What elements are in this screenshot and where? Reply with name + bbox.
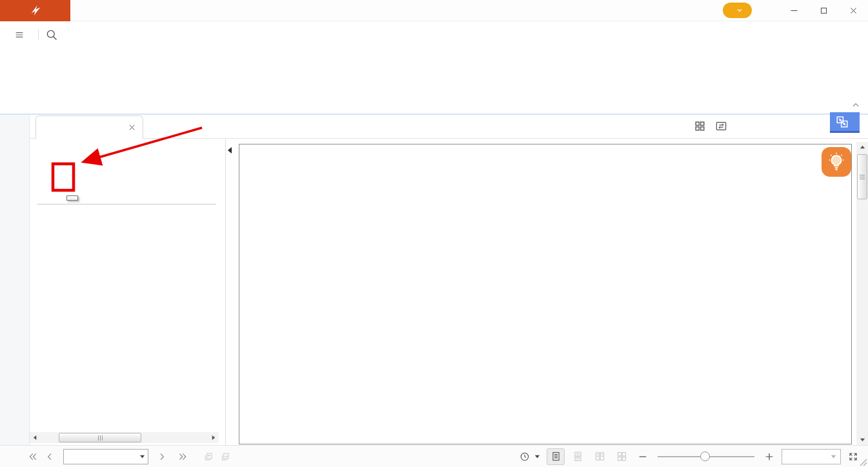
close-button[interactable] (838, 0, 868, 21)
minus-icon (638, 452, 648, 462)
ribbon-toolbar (0, 48, 868, 115)
attachments-panel (30, 139, 226, 445)
app-logo[interactable] (0, 0, 70, 21)
scroll-down-arrow[interactable] (856, 434, 868, 445)
scroll-right-arrow[interactable] (208, 432, 219, 443)
document-tab-bar (30, 115, 868, 139)
pdf-merge-split-button[interactable] (830, 112, 860, 133)
first-page-button[interactable] (25, 448, 41, 465)
document-tab[interactable] (35, 115, 143, 139)
zoom-slider-knob[interactable] (700, 452, 710, 461)
attachments-table-header (37, 189, 216, 204)
grid-view-icon[interactable] (694, 120, 706, 132)
clock-icon (520, 452, 530, 462)
pdf-page[interactable] (239, 144, 852, 444)
attachments-toolbar (39, 155, 225, 175)
foxit-logo-icon (28, 3, 43, 17)
minimize-button[interactable] (779, 0, 809, 21)
caret-down-icon (831, 453, 836, 459)
ribbon-collapse-icon[interactable] (851, 101, 860, 110)
status-bar (0, 445, 868, 467)
plus-icon (764, 452, 774, 462)
hamburger-icon (14, 30, 25, 40)
window-resize-grip[interactable] (859, 458, 867, 466)
last-page-button[interactable] (174, 448, 191, 465)
maximize-icon (819, 6, 829, 15)
navigation-sidebar (0, 115, 30, 445)
zoom-percentage-combobox[interactable] (782, 449, 841, 464)
next-view-button[interactable] (217, 448, 234, 465)
panel-collapse-handle[interactable] (225, 144, 234, 156)
zoom-out-button[interactable] (634, 448, 651, 465)
scrollbar-thumb[interactable] (857, 154, 867, 199)
menu-file[interactable] (9, 21, 34, 48)
switch-tabs-icon[interactable] (715, 120, 727, 132)
fullscreen-icon (848, 452, 858, 462)
title-bar (0, 0, 868, 21)
continuous-view-button[interactable] (569, 448, 587, 465)
maximize-button[interactable] (809, 0, 838, 21)
single-page-view-button[interactable] (547, 448, 565, 465)
vertical-scrollbar[interactable] (856, 142, 868, 445)
menu-bar (0, 21, 868, 48)
close-icon (849, 6, 858, 15)
horizontal-scrollbar[interactable] (30, 432, 219, 443)
minimize-icon (789, 6, 799, 15)
reading-mode-button[interactable] (516, 448, 533, 465)
scroll-left-arrow[interactable] (30, 432, 41, 443)
lightbulb-icon (825, 151, 847, 173)
chevron-down-icon (736, 7, 743, 14)
menu-divider (38, 30, 39, 40)
login-button[interactable] (723, 3, 752, 18)
facing-continuous-view-button[interactable] (612, 448, 631, 465)
page-number-combobox[interactable] (63, 449, 148, 464)
facing-view-button[interactable] (590, 448, 609, 465)
merge-split-icon (835, 115, 849, 129)
document-area (226, 139, 868, 445)
zoom-in-button[interactable] (761, 448, 778, 465)
attachments-table (37, 189, 216, 204)
assistant-bulb-button[interactable] (822, 147, 851, 177)
tab-close-icon[interactable] (128, 123, 136, 132)
next-page-button[interactable] (154, 448, 170, 465)
caret-down-icon[interactable] (534, 453, 540, 459)
tooltip (66, 195, 78, 201)
caret-down-icon (139, 453, 145, 459)
search-icon[interactable] (45, 28, 58, 41)
previous-page-button[interactable] (41, 448, 58, 465)
scroll-up-arrow[interactable] (856, 142, 868, 153)
zoom-slider[interactable] (658, 456, 754, 457)
scrollbar-thumb[interactable] (59, 433, 141, 442)
previous-view-button[interactable] (200, 448, 217, 465)
foxit-reader-window (0, 0, 868, 467)
